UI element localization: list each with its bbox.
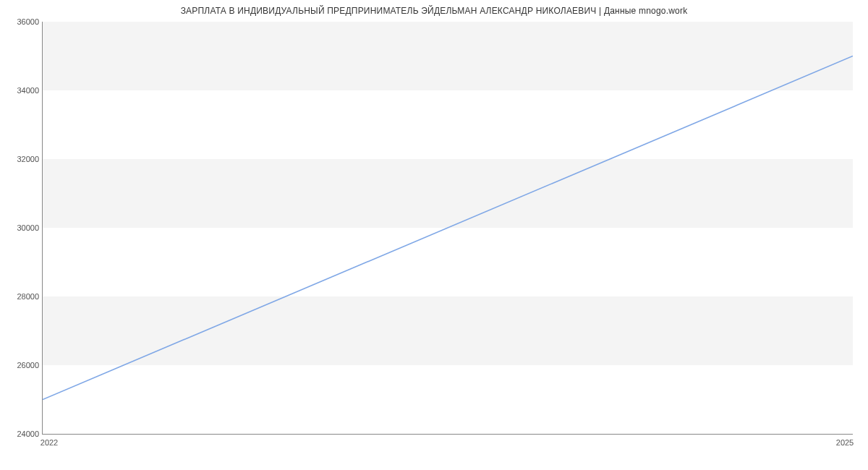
y-tick-label: 24000 (0, 430, 39, 438)
y-tick-label: 26000 (0, 361, 39, 369)
chart-title: ЗАРПЛАТА В ИНДИВИДУАЛЬНЫЙ ПРЕДПРИНИМАТЕЛ… (0, 6, 868, 16)
y-tick-label: 28000 (0, 292, 39, 301)
y-tick-label: 36000 (0, 17, 39, 26)
salary-line-chart: ЗАРПЛАТА В ИНДИВИДУАЛЬНЫЙ ПРЕДПРИНИМАТЕЛ… (0, 0, 868, 470)
data-line (43, 22, 853, 434)
x-tick-label: 2025 (836, 438, 854, 447)
x-tick-label: 2022 (41, 438, 58, 447)
y-tick-label: 30000 (0, 223, 39, 232)
plot-area (42, 22, 853, 435)
y-tick-label: 34000 (0, 86, 39, 95)
y-tick-label: 32000 (0, 155, 39, 163)
